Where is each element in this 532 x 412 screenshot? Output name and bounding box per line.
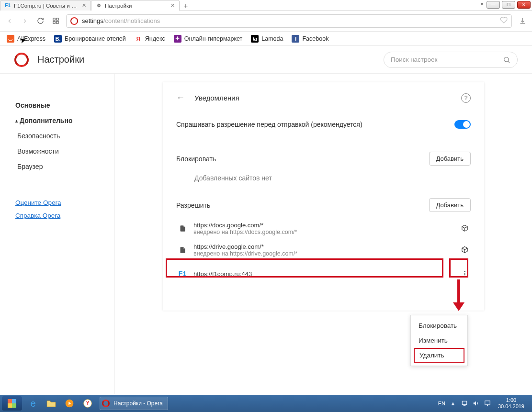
- ctx-block[interactable]: Блокировать: [411, 318, 467, 333]
- opera-badge-icon: [70, 17, 78, 25]
- taskbar-active-opera[interactable]: Настройки - Opera: [100, 397, 168, 410]
- minimize-button[interactable]: —: [487, 1, 500, 9]
- file-icon: [178, 224, 187, 233]
- allow-embed-0: внедрено на https://docs.google.com/*: [193, 229, 453, 235]
- reload-icon[interactable]: [35, 16, 45, 26]
- ctx-delete[interactable]: Удалить: [414, 348, 464, 363]
- block-empty-text: Добавленных сайтов нет: [176, 171, 471, 188]
- annotation-site-box: [166, 258, 443, 278]
- bookmark-hypermarket[interactable]: ✦Онлайн-гипермаркет: [174, 35, 243, 43]
- svg-rect-1: [56, 18, 58, 20]
- allow-section-title: Разрешить: [176, 201, 210, 209]
- file-icon: [178, 246, 187, 255]
- taskbar-active-label: Настройки - Opera: [113, 400, 163, 407]
- allow-site-docs[interactable]: https://docs.google.com/* внедрено на ht…: [176, 218, 471, 239]
- tray-action-icon[interactable]: [484, 400, 491, 407]
- opera-icon: [102, 400, 110, 407]
- start-button[interactable]: [2, 396, 22, 411]
- tray-volume-icon[interactable]: [472, 400, 480, 407]
- tab-f1comp[interactable]: F1 F1Comp.ru | Советы и лайф ✕: [0, 0, 91, 11]
- tray-language[interactable]: EN: [438, 401, 445, 406]
- search-placeholder: Поиск настроек: [391, 56, 503, 63]
- nav-forward-icon[interactable]: [20, 16, 30, 26]
- svg-rect-14: [485, 401, 490, 405]
- sidebar-link-rate[interactable]: Оцените Opera: [15, 196, 110, 209]
- allow-site-drive[interactable]: https://drive.google.com/* внедрено на h…: [176, 239, 471, 261]
- site-context-menu: Блокировать Изменить Удалить: [410, 315, 468, 366]
- allow-embed-1: внедрено на https://drive.google.com/*: [193, 250, 453, 257]
- window-menu-icon[interactable]: ▾: [477, 0, 487, 8]
- tray-network-icon[interactable]: [461, 400, 468, 407]
- svg-rect-11: [462, 401, 466, 404]
- tray-date: 30.04.2019: [498, 403, 524, 410]
- tab-close-0[interactable]: ✕: [81, 3, 87, 9]
- hypermarket-icon: ✦: [174, 35, 181, 43]
- search-settings-input[interactable]: Поиск настроек: [384, 52, 518, 68]
- svg-marker-13: [474, 401, 476, 405]
- address-text: settings/content/notifications: [82, 17, 496, 24]
- svg-line-6: [508, 61, 509, 63]
- ask-before-label: Спрашивать разрешение перед отправкой (р…: [176, 121, 362, 128]
- bm-label-4: Lamoda: [261, 35, 283, 42]
- extension-cube-icon[interactable]: [460, 246, 469, 255]
- sidebar-item-features[interactable]: Возможности: [15, 144, 110, 159]
- bookmark-booking[interactable]: B.Бронирование отелей: [54, 35, 126, 43]
- sidebar-item-security[interactable]: Безопасность: [15, 128, 110, 144]
- page-title: Настройки: [37, 54, 384, 65]
- speed-dial-icon[interactable]: [51, 16, 60, 26]
- download-icon[interactable]: [518, 16, 527, 26]
- bookmark-facebook[interactable]: fFacebook: [292, 35, 328, 43]
- bm-label-5: Facebook: [302, 35, 328, 42]
- svg-point-5: [504, 57, 509, 61]
- bookmark-yandex[interactable]: ЯЯндекс: [135, 35, 165, 43]
- allow-url-0: https://docs.google.com/*: [193, 222, 453, 229]
- tab-close-1[interactable]: ✕: [170, 3, 175, 9]
- taskbar-explorer-icon[interactable]: [43, 397, 59, 410]
- taskbar-media-icon[interactable]: [61, 397, 78, 410]
- lamoda-icon: la: [251, 35, 259, 43]
- bookmark-aliexpress[interactable]: ◡AliExpress: [7, 35, 45, 43]
- maximize-button[interactable]: ☐: [502, 1, 515, 9]
- svg-rect-0: [53, 18, 55, 20]
- svg-rect-2: [53, 22, 55, 23]
- help-icon[interactable]: ?: [461, 93, 471, 103]
- taskbar-yandex-icon[interactable]: Y: [79, 397, 96, 410]
- sidebar-advanced-label: Дополнительно: [20, 117, 72, 124]
- tab-title-0: F1Comp.ru | Советы и лайф: [14, 3, 78, 9]
- bm-label-3: Онлайн-гипермаркет: [184, 35, 243, 42]
- bm-label-2: Яндекс: [145, 35, 165, 42]
- tab-settings[interactable]: ⚙ Настройки ✕: [91, 0, 180, 11]
- svg-text:Y: Y: [86, 401, 90, 406]
- sidebar-item-browser[interactable]: Браузер: [15, 159, 110, 174]
- annotation-kebab-box: [449, 258, 468, 278]
- address-bar[interactable]: settings/content/notifications: [66, 14, 512, 28]
- add-block-button[interactable]: Добавить: [429, 152, 471, 166]
- annotation-arrow-icon: [455, 279, 464, 311]
- tray-clock[interactable]: 1:00 30.04.2019: [495, 397, 527, 410]
- extension-cube-icon[interactable]: [460, 224, 469, 233]
- taskbar-ie-icon[interactable]: e: [25, 397, 41, 410]
- sidebar-item-main[interactable]: Основные: [15, 98, 110, 113]
- block-section-title: Блокировать: [176, 155, 216, 163]
- ctx-edit[interactable]: Изменить: [411, 333, 467, 348]
- tray-flag-icon[interactable]: ▲: [449, 400, 457, 407]
- ask-before-toggle[interactable]: [454, 120, 471, 129]
- booking-icon: B.: [54, 35, 62, 43]
- close-window-button[interactable]: ✕: [517, 1, 531, 9]
- sidebar-link-help[interactable]: Справка Opera: [15, 209, 110, 222]
- yandex-icon: Я: [135, 35, 142, 43]
- bookmark-heart-icon[interactable]: [500, 16, 508, 26]
- sidebar-item-advanced[interactable]: Дополнительно: [15, 113, 110, 128]
- nav-back-icon[interactable]: [5, 16, 14, 26]
- tray-time: 1:00: [498, 397, 524, 403]
- aliexpress-icon: ◡: [7, 35, 14, 43]
- panel-title: Уведомления: [194, 94, 239, 102]
- windows-logo-icon: [8, 399, 16, 408]
- bm-label-1: Бронирование отелей: [65, 35, 126, 42]
- bookmark-lamoda[interactable]: laLamoda: [251, 35, 283, 43]
- new-tab-button[interactable]: +: [180, 0, 192, 11]
- back-arrow-icon[interactable]: ←: [176, 93, 185, 103]
- svg-marker-15: [487, 405, 488, 406]
- allow-url-1: https://drive.google.com/*: [193, 243, 453, 250]
- add-allow-button[interactable]: Добавить: [429, 198, 471, 212]
